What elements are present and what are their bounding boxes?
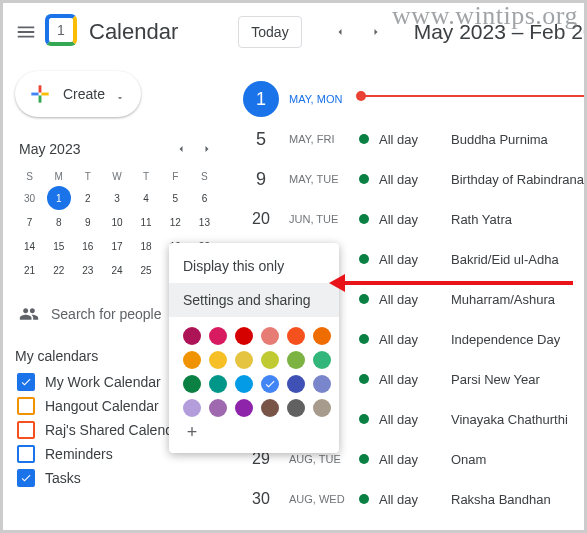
event-dot-icon — [359, 454, 369, 464]
calendar-checkbox[interactable] — [17, 445, 35, 463]
color-swatch[interactable] — [313, 399, 331, 417]
mini-cal-day[interactable]: 21 — [18, 258, 42, 282]
mini-cal-day[interactable]: 22 — [47, 258, 71, 282]
mini-cal-day[interactable]: 24 — [105, 258, 129, 282]
mini-cal-day[interactable]: 9 — [76, 210, 100, 234]
event-allday-label: All day — [379, 332, 451, 347]
weekday-header: T — [73, 167, 102, 186]
mini-cal-title: May 2023 — [15, 141, 80, 157]
color-swatch[interactable] — [261, 375, 279, 393]
app-title: Calendar — [89, 19, 178, 45]
mini-cal-day[interactable]: 17 — [105, 234, 129, 258]
color-swatch[interactable] — [209, 375, 227, 393]
chevron-left-icon — [334, 26, 346, 38]
mini-cal-day[interactable]: 5 — [163, 186, 187, 210]
mini-cal-day[interactable]: 2 — [76, 186, 100, 210]
color-swatch[interactable] — [313, 351, 331, 369]
mini-cal-day[interactable]: 8 — [47, 210, 71, 234]
calendar-label: Tasks — [45, 470, 81, 486]
menu-display-only[interactable]: Display this only — [169, 249, 339, 283]
mini-cal-day[interactable]: 12 — [163, 210, 187, 234]
mini-cal-prev[interactable] — [169, 137, 193, 161]
weekday-header: S — [15, 167, 44, 186]
color-swatch[interactable] — [235, 327, 253, 345]
color-swatch[interactable] — [261, 327, 279, 345]
color-swatch[interactable] — [235, 399, 253, 417]
hamburger-icon — [15, 21, 37, 43]
event-allday-label: All day — [379, 452, 451, 467]
color-swatch[interactable] — [183, 399, 201, 417]
event-row[interactable]: 9MAY, TUEAll dayBirthday of Rabindranath — [231, 159, 587, 199]
app-header: 1 Calendar Today May 2023 – Feb 2024 — [3, 3, 584, 61]
event-title: Raksha Bandhan — [451, 492, 551, 507]
search-people-label: Search for people — [51, 306, 162, 322]
event-allday-label: All day — [379, 292, 451, 307]
color-swatch[interactable] — [209, 399, 227, 417]
color-swatch[interactable] — [313, 327, 331, 345]
date-number: 20 — [243, 201, 279, 237]
mini-cal-day[interactable]: 18 — [134, 234, 158, 258]
calendar-item[interactable]: Tasks — [15, 466, 219, 490]
color-swatch[interactable] — [287, 375, 305, 393]
next-period-button[interactable] — [360, 16, 392, 48]
calendar-checkbox[interactable] — [17, 373, 35, 391]
create-button[interactable]: Create — [15, 71, 141, 117]
chevron-down-icon — [115, 89, 125, 99]
mini-cal-day[interactable]: 23 — [76, 258, 100, 282]
color-swatch[interactable] — [209, 351, 227, 369]
color-swatch[interactable] — [183, 327, 201, 345]
event-allday-label: All day — [379, 172, 451, 187]
event-row[interactable]: 1MAY, MON — [231, 79, 587, 119]
color-swatch[interactable] — [287, 399, 305, 417]
mini-cal-day[interactable]: 11 — [134, 210, 158, 234]
color-swatch[interactable] — [287, 351, 305, 369]
prev-period-button[interactable] — [324, 16, 356, 48]
color-swatch[interactable] — [209, 327, 227, 345]
event-row[interactable]: 6SEPT, WEDAll dayJanmashtami (Smarta) — [231, 519, 587, 533]
mini-cal-day[interactable]: 25 — [134, 258, 158, 282]
color-swatch[interactable] — [313, 375, 331, 393]
mini-cal-day[interactable]: 7 — [18, 210, 42, 234]
color-swatch[interactable] — [235, 351, 253, 369]
color-swatch[interactable] — [287, 327, 305, 345]
main-menu-button[interactable] — [15, 12, 37, 52]
color-swatch[interactable] — [261, 351, 279, 369]
event-allday-label: All day — [379, 372, 451, 387]
plus-icon — [27, 81, 53, 107]
mini-cal-day[interactable]: 30 — [18, 186, 42, 210]
mini-cal-day[interactable]: 13 — [192, 210, 216, 234]
date-label: MAY, MON — [279, 93, 359, 105]
calendar-logo: 1 — [45, 14, 77, 50]
color-swatch[interactable] — [235, 375, 253, 393]
event-row[interactable]: 5MAY, FRIAll dayBuddha Purnima — [231, 119, 587, 159]
date-number: 5 — [243, 121, 279, 157]
add-custom-color[interactable]: + — [183, 423, 201, 441]
date-nav — [324, 16, 392, 48]
color-swatch[interactable] — [261, 399, 279, 417]
mini-cal-day[interactable]: 6 — [192, 186, 216, 210]
event-dot-icon — [359, 174, 369, 184]
calendar-label: My Work Calendar — [45, 374, 161, 390]
mini-cal-day[interactable]: 4 — [134, 186, 158, 210]
date-range: May 2023 – Feb 2024 — [414, 20, 587, 44]
event-row[interactable]: 20JUN, TUEAll dayRath Yatra — [231, 199, 587, 239]
calendar-checkbox[interactable] — [17, 421, 35, 439]
today-button[interactable]: Today — [238, 16, 301, 48]
event-row[interactable]: 30AUG, WEDAll dayRaksha Bandhan — [231, 479, 587, 519]
mini-cal-day[interactable]: 3 — [105, 186, 129, 210]
calendar-checkbox[interactable] — [17, 469, 35, 487]
color-swatch[interactable] — [183, 375, 201, 393]
mini-cal-day[interactable]: 1 — [47, 186, 71, 210]
mini-cal-day[interactable]: 16 — [76, 234, 100, 258]
mini-cal-day[interactable]: 15 — [47, 234, 71, 258]
mini-cal-day[interactable]: 10 — [105, 210, 129, 234]
menu-settings-sharing[interactable]: Settings and sharing — [169, 283, 339, 317]
calendar-checkbox[interactable] — [17, 397, 35, 415]
event-title: Buddha Purnima — [451, 132, 548, 147]
calendar-context-menu: Display this only Settings and sharing + — [169, 243, 339, 453]
mini-cal-day[interactable]: 14 — [18, 234, 42, 258]
color-swatch[interactable] — [183, 351, 201, 369]
mini-cal-next[interactable] — [195, 137, 219, 161]
event-dot-icon — [359, 294, 369, 304]
date-number: 6 — [243, 521, 279, 533]
